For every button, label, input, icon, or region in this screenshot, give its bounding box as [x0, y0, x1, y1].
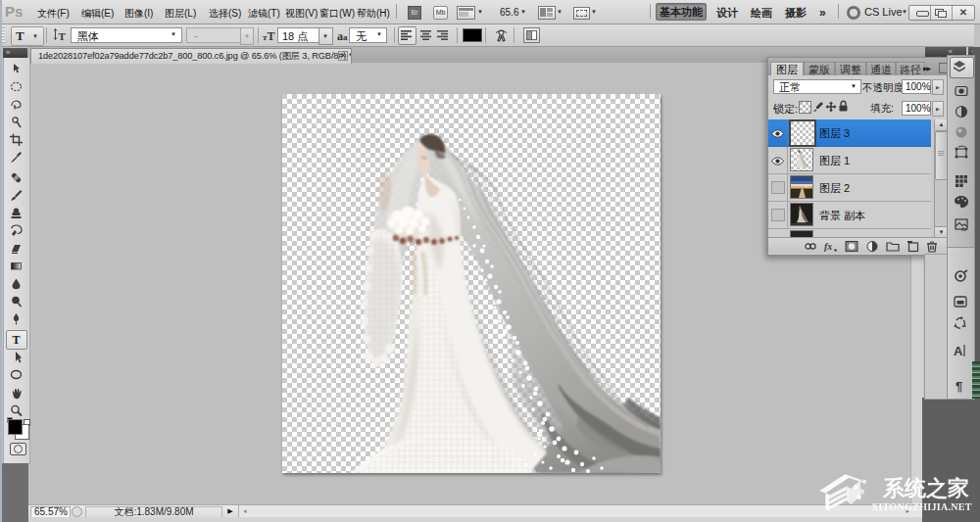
svg-text:fx: fx — [961, 226, 967, 232]
svg-text:fx: fx — [824, 241, 832, 252]
svg-text:¶: ¶ — [956, 379, 962, 394]
svg-text:T: T — [59, 30, 67, 42]
svg-text:T: T — [13, 333, 21, 346]
svg-text:A: A — [954, 344, 963, 358]
